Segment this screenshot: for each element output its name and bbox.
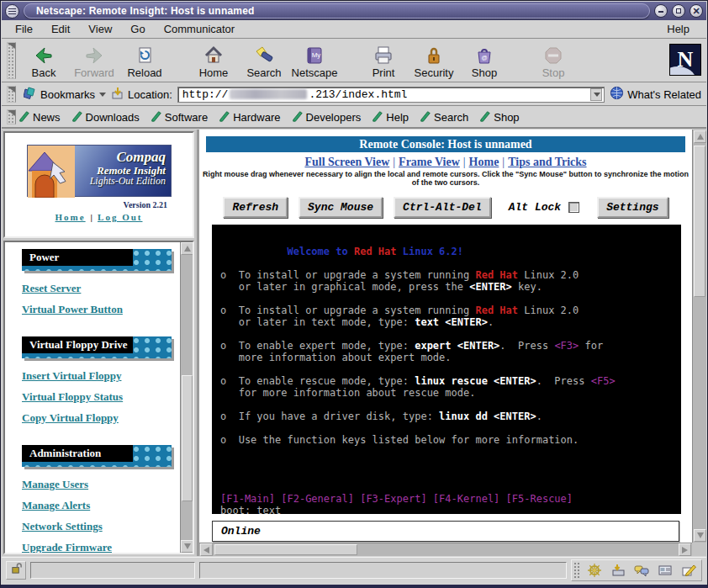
personal-bookmark-label: Software (165, 111, 208, 124)
minimize-button[interactable] (654, 4, 668, 18)
main-scroll-left-button[interactable] (200, 543, 213, 556)
maximize-button[interactable] (672, 4, 685, 18)
settings-button[interactable]: Settings (597, 197, 668, 218)
mailbox-icon[interactable] (610, 562, 626, 578)
status-badge: Online (221, 525, 261, 538)
console-line (220, 399, 681, 411)
discussions-icon[interactable] (633, 562, 649, 578)
navigator-icon[interactable] (586, 562, 602, 578)
section-title: Virtual Floppy Drive (22, 336, 133, 353)
personal-bookmark-help[interactable]: Help (372, 110, 409, 124)
url-redacted-segment (230, 89, 307, 99)
print-icon (373, 44, 394, 66)
main-vertical-scrollbar[interactable] (692, 130, 706, 543)
sidebar-scroll-down-button[interactable] (181, 540, 193, 553)
url-history-dropdown[interactable] (590, 88, 602, 101)
sidebar-link-manage-users[interactable]: Manage Users (22, 478, 180, 491)
brand-line2: Remote Insight (90, 165, 166, 177)
personal-bookmark-downloads[interactable]: Downloads (71, 110, 140, 124)
menu-edit[interactable]: Edit (51, 23, 70, 35)
sidebar-link-virtual-floppy-status[interactable]: Virtual Floppy Status (22, 390, 180, 404)
location-label-group: Location: (111, 87, 172, 103)
sidebar-scrollbar[interactable] (180, 242, 193, 553)
menu-file[interactable]: File (15, 23, 33, 35)
alt-lock-checkbox[interactable] (568, 202, 579, 213)
url-prefix: http:// (182, 88, 229, 101)
menu-communicator[interactable]: Communicator (164, 23, 235, 35)
bookmark-folder-icon (18, 110, 30, 124)
personal-bookmark-hardware[interactable]: Hardware (219, 110, 280, 124)
netscape-logo[interactable]: N (669, 44, 701, 76)
logout-link[interactable]: Log Out (98, 212, 142, 222)
close-button[interactable]: ✕ (690, 4, 703, 18)
console-line: o To install or upgrade a system running… (220, 305, 681, 316)
nav-link-full-screen-view[interactable]: Full Screen View (304, 156, 389, 168)
toolbar-button-label: Home (199, 66, 229, 79)
scroll-down-icon (697, 532, 704, 538)
personal-toolbar-grip[interactable] (7, 109, 16, 124)
composer-icon[interactable] (680, 562, 696, 578)
nav-link-frame-view[interactable]: Frame View (399, 156, 460, 168)
sidebar-link-upgrade-firmware[interactable]: Upgrade Firmware (22, 541, 180, 554)
sidebar-scroll-up-button[interactable] (181, 242, 193, 255)
close-icon: ✕ (692, 6, 700, 16)
menu-help[interactable]: Help (667, 23, 690, 35)
main-scroll-right-button[interactable] (679, 543, 691, 556)
svg-text:My: My (312, 51, 321, 59)
sync-mouse-button[interactable]: Sync Mouse (299, 197, 383, 218)
main-scroll-up-button[interactable] (694, 130, 706, 143)
refresh-button[interactable]: Refresh (223, 197, 288, 218)
location-bar-grip[interactable] (7, 86, 16, 103)
back-button[interactable]: Back (18, 40, 69, 81)
main-scroll-down-button[interactable] (694, 529, 706, 542)
security-indicator[interactable] (6, 561, 26, 580)
sidebar-link-insert-virtual-floppy[interactable]: Insert Virtual Floppy (22, 369, 180, 383)
sidebar-link-virtual-power-button[interactable]: Virtual Power Button (22, 303, 180, 316)
url-input[interactable]: http://.213/index.html (177, 87, 605, 103)
home-link[interactable]: Home (55, 212, 86, 222)
component-bar-grip[interactable] (573, 562, 579, 579)
bookmarks-menu[interactable]: Bookmarks (24, 87, 106, 103)
remote-console-screen[interactable]: Welcome to Red Hat Linux 6.2! o To insta… (212, 225, 681, 514)
toolbar-grip[interactable] (7, 42, 16, 79)
personal-bookmark-search[interactable]: Search (420, 110, 468, 124)
personal-bookmark-software[interactable]: Software (151, 110, 208, 124)
bookmark-folder-icon (479, 110, 491, 124)
nav-link-tips-and-tricks[interactable]: Tips and Tricks (508, 156, 586, 168)
nav-link-home[interactable]: Home (469, 156, 499, 168)
whats-related-button[interactable]: What's Related (610, 86, 701, 103)
ctrl-alt-del-button[interactable]: Ctrl-Alt-Del (394, 197, 491, 218)
security-button[interactable]: Security (409, 40, 459, 81)
sidebar-link-reset-server[interactable]: Reset Server (22, 282, 180, 295)
scroll-right-icon (682, 547, 688, 554)
sidebar-link-manage-alerts[interactable]: Manage Alerts (22, 499, 180, 512)
print-button[interactable]: Print (358, 40, 409, 81)
svg-text:@: @ (481, 55, 487, 61)
whats-related-globe-icon (610, 86, 624, 103)
home-icon (203, 44, 224, 66)
sidebar-link-copy-virtual-floppy[interactable]: Copy Virtual Floppy (22, 411, 180, 425)
window-menu-button[interactable] (5, 4, 19, 19)
sidebar-link-network-settings[interactable]: Network Settings (22, 520, 180, 533)
home-button[interactable]: Home (188, 40, 239, 81)
scroll-up-icon (184, 246, 191, 252)
section-header: Virtual Floppy Drive (22, 336, 172, 358)
shop-button[interactable]: @Shop (459, 40, 510, 81)
personal-bookmark-news[interactable]: News (18, 110, 61, 124)
console-line: o To enable expert mode, type: expert <E… (220, 340, 681, 352)
menu-view[interactable]: View (88, 23, 112, 35)
search-button[interactable]: Search (239, 40, 289, 81)
main-hscroll-thumb[interactable] (214, 544, 357, 555)
main-scroll-thumb[interactable] (694, 146, 705, 297)
shop-icon: @ (474, 44, 494, 66)
location-target-icon[interactable] (111, 87, 124, 103)
netscape-button[interactable]: MyNetscape (289, 40, 340, 81)
forward-button: Forward (69, 40, 119, 81)
personal-bookmark-shop[interactable]: Shop (479, 110, 519, 124)
menu-go[interactable]: Go (130, 23, 145, 35)
main-horizontal-scrollbar[interactable] (199, 543, 692, 556)
sidebar-scroll-thumb[interactable] (182, 375, 193, 501)
personal-bookmark-developers[interactable]: Developers (292, 110, 362, 124)
reload-button[interactable]: Reload (119, 40, 170, 81)
address-book-icon[interactable] (657, 562, 673, 578)
